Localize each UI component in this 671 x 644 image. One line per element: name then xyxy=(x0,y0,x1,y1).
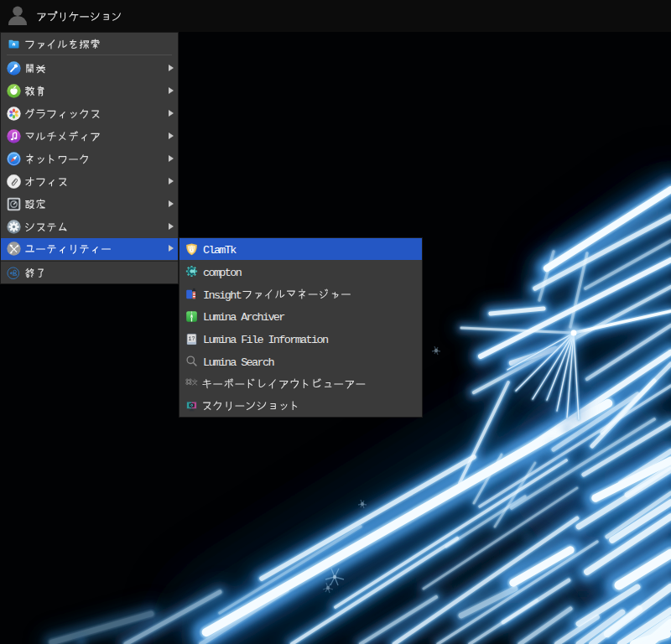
svg-text:i?: i? xyxy=(188,335,195,341)
